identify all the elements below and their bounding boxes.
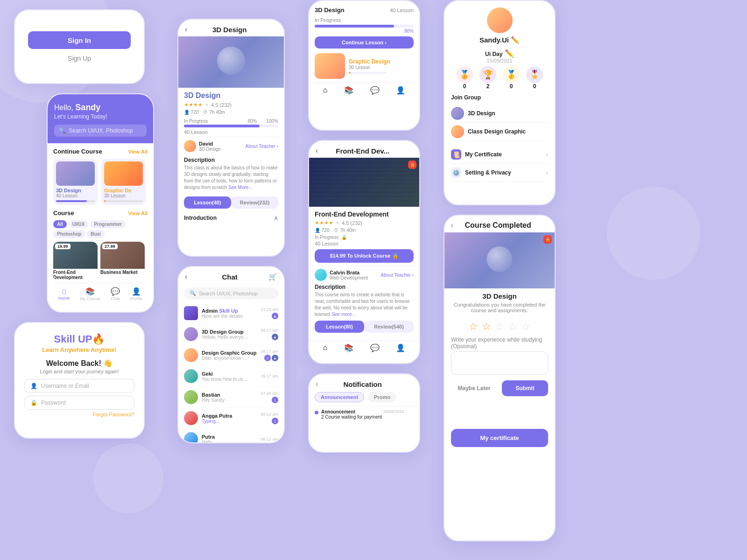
- fe-review-tab[interactable]: Review(540): [364, 321, 414, 333]
- graphic-card[interactable]: Graphic Design 30 Lesson: [315, 53, 414, 79]
- group-class-design[interactable]: Class Design Graphic: [451, 123, 548, 141]
- lesson-tab[interactable]: Lesson(40): [184, 196, 231, 209]
- tab-uiux[interactable]: UI/UX: [69, 220, 89, 228]
- fe-home-icon[interactable]: ⌂: [323, 343, 328, 352]
- 3d-back-button[interactable]: ‹: [185, 25, 187, 34]
- chat-item-angga[interactable]: Angga Putra Typing... 09:12 am 1: [178, 408, 284, 429]
- review-tab[interactable]: Review(232): [231, 196, 278, 209]
- nav-mycourse[interactable]: 📚 My Course: [80, 287, 100, 301]
- star-3[interactable]: ☆: [495, 321, 504, 333]
- password-field[interactable]: 🔒 Password: [24, 396, 134, 410]
- 3d-progress-fill: [184, 125, 260, 127]
- nav-mycourse-label: My Course: [80, 296, 100, 301]
- notif-content: 2 Course waiting for payment: [321, 414, 404, 420]
- cart-icon[interactable]: 🛒: [268, 273, 277, 281]
- review-input[interactable]: [451, 351, 548, 375]
- 3d-hero-image: [178, 36, 284, 88]
- continue-bottom-nav: ⌂ 📚 💬 👤: [315, 83, 414, 96]
- chat-item-bastian[interactable]: Bastian Hey Sandy 07:48 am 1: [178, 387, 284, 408]
- tab-photoshop[interactable]: Photoshop: [53, 230, 85, 238]
- mycourse-icon: 📚: [85, 287, 95, 296]
- 3dgroup-avatar: [184, 327, 198, 341]
- chat-list: Admin Skill Up Here are the details: 11:…: [178, 303, 284, 443]
- nav-home[interactable]: ⌂ Home: [58, 287, 70, 301]
- star-2[interactable]: ☆: [482, 321, 491, 333]
- nav-profile-label: Profile: [130, 296, 142, 301]
- forgot-password-link[interactable]: Forgot Password?: [93, 412, 134, 417]
- my-certificate-menu[interactable]: 📜 My Certificate ›: [451, 146, 548, 164]
- my-certificate-label: My Certificate: [465, 151, 502, 158]
- completed-back-button[interactable]: ‹: [451, 221, 453, 230]
- frontend-meta: 👤 720 ⏱ 7h 40m: [315, 228, 414, 233]
- chat-item-3dgroup[interactable]: 3D Design Group Yellow: Hello everyone :…: [178, 324, 284, 345]
- nav-chat[interactable]: 💬 Chat: [111, 287, 120, 301]
- submit-button[interactable]: Submit: [502, 380, 548, 396]
- day-edit-icon[interactable]: ✏️: [505, 49, 514, 57]
- fe-desc-title: Description: [315, 284, 414, 290]
- fe-chat-icon[interactable]: 💬: [370, 343, 380, 352]
- unlock-course-button[interactable]: $14.99 To Unlock Course 🔒: [315, 249, 414, 263]
- frontend-course-card[interactable]: 19.99 Front-End Development: [53, 242, 98, 281]
- home-nav-icon[interactable]: ⌂: [323, 86, 328, 95]
- profile-name: Sandy.Ui ✏️: [479, 36, 520, 44]
- star-1[interactable]: ☆: [469, 321, 478, 333]
- star-5[interactable]: ☆: [521, 321, 530, 333]
- chat-search-bar[interactable]: 🔍 Search UI/UX, Photoshop: [184, 287, 278, 299]
- group-3d-design[interactable]: 3D Design: [451, 105, 548, 123]
- search-icon: 🔍: [190, 290, 196, 296]
- my-certificate-button[interactable]: My certificate: [451, 429, 548, 447]
- hello-search-bar[interactable]: 🔍 Search UI/UX, Photoshop: [54, 125, 147, 137]
- chat-item-designgroup[interactable]: Design Graphic Group Deki: anyone know u…: [178, 345, 284, 366]
- ui-day-label: Ui Day: [485, 51, 502, 57]
- nav-profile[interactable]: 👤 Profile: [130, 287, 142, 301]
- notif-back-button[interactable]: ‹: [316, 380, 318, 388]
- continue-course-title: 3D Design: [315, 7, 345, 14]
- frontend-back-button[interactable]: ‹: [316, 147, 318, 155]
- fe-about-teacher-link[interactable]: About Teacher ›: [381, 273, 414, 278]
- business-course-card[interactable]: 27.99 Business Market: [100, 242, 145, 281]
- profile-day-section: Ui Day ✏️ 15/09/2021: [451, 49, 548, 63]
- star-4[interactable]: ☆: [508, 321, 517, 333]
- chat-msg-bastian: Hey Sandy: [202, 398, 248, 403]
- announcement-tab[interactable]: Announcement: [315, 392, 364, 402]
- chat-back-button[interactable]: ‹: [185, 273, 187, 281]
- mini-course-graphic[interactable]: Graphic De 30 Lesson: [101, 159, 146, 205]
- medal-red-count: 0: [463, 83, 466, 90]
- username-field[interactable]: 👤 Username or Email: [24, 379, 134, 393]
- continue-lesson-button[interactable]: Continue Lesson ›: [315, 36, 414, 49]
- settings-menu[interactable]: ⚙️ Setting & Privacy ›: [451, 164, 548, 182]
- fe-see-more[interactable]: See more...: [331, 312, 356, 317]
- about-teacher-link[interactable]: About Teacher ›: [246, 144, 278, 149]
- fe-lesson-tab[interactable]: Lesson(80): [315, 321, 364, 333]
- edit-icon[interactable]: ✏️: [511, 36, 520, 44]
- mini-course-3d[interactable]: 3D Design 40 Lesson: [53, 159, 98, 205]
- tab-all[interactable]: All: [53, 220, 67, 228]
- fe-profile-icon[interactable]: 👤: [396, 343, 405, 352]
- chat-nav-icon[interactable]: 💬: [370, 86, 380, 95]
- user-icon: 👤: [30, 383, 37, 389]
- promo-tab[interactable]: Promo: [368, 392, 396, 402]
- profile-nav-icon[interactable]: 👤: [396, 86, 405, 95]
- chat-item-geki[interactable]: Geki You know how to using this tool? 09…: [178, 366, 284, 387]
- fe-course-icon[interactable]: 📚: [344, 343, 353, 352]
- course-view-all[interactable]: View All: [128, 210, 148, 216]
- signup-link[interactable]: Sign Up: [68, 55, 91, 62]
- chat-item-putra[interactable]: Putra Hello 08:12 am: [178, 429, 284, 443]
- 3d-header: ‹ 3D Design: [178, 20, 284, 36]
- frontend-progress-row: In Progress 🔒: [315, 235, 414, 240]
- tab-busi[interactable]: Busi: [87, 230, 105, 238]
- frontend-bottom-nav: ⌂ 📚 💬 👤: [309, 340, 419, 355]
- chat-name-geki: Geki: [202, 371, 257, 377]
- putra-avatar: [184, 432, 198, 443]
- join-group-section: Join Group 3D Design Class Design Graphi…: [451, 94, 548, 141]
- see-more-link[interactable]: See More...: [228, 185, 253, 190]
- settings-icon: ⚙️: [451, 168, 461, 178]
- courses-nav-icon[interactable]: 📚: [344, 86, 353, 95]
- maybe-later-button[interactable]: Maybe Later: [451, 380, 497, 396]
- signin-button[interactable]: Sign In: [28, 31, 131, 49]
- tab-programmer[interactable]: Programmer: [90, 220, 125, 228]
- continue-view-all[interactable]: View All: [128, 149, 148, 154]
- group-3d-avatar: [451, 107, 464, 120]
- notification-card: ‹ Notification Announcement Promo Announ…: [308, 373, 420, 453]
- chat-item-admin[interactable]: Admin Skill Up Here are the details: 11:…: [178, 303, 284, 324]
